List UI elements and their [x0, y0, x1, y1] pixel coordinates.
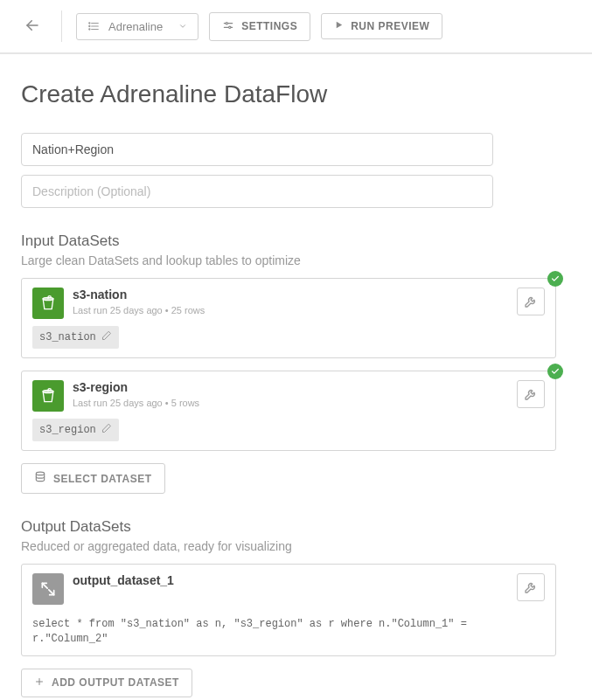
- play-icon: [334, 20, 344, 32]
- page-title: Create Adrenaline DataFlow: [21, 80, 571, 108]
- bucket-icon: [32, 288, 64, 319]
- dataset-config-button[interactable]: [517, 380, 545, 408]
- pencil-icon: [101, 330, 112, 344]
- output-config-button[interactable]: [517, 573, 545, 601]
- check-badge: [547, 364, 563, 379]
- output-icon: [32, 573, 64, 605]
- check-icon: [551, 274, 560, 283]
- svg-point-4: [89, 23, 90, 24]
- dataset-config-button[interactable]: [517, 288, 545, 315]
- svg-point-5: [89, 25, 90, 26]
- dataset-meta: Last run 25 days ago • 25 rows: [73, 305, 508, 315]
- engine-dropdown[interactable]: Adrenaline: [76, 13, 198, 40]
- dataset-meta: Last run 25 days ago • 5 rows: [73, 398, 508, 408]
- svg-point-10: [229, 26, 231, 28]
- arrow-left-icon: [24, 17, 40, 33]
- check-icon: [551, 367, 560, 376]
- select-dataset-button[interactable]: SELECT DATASET: [21, 463, 165, 494]
- svg-line-15: [42, 583, 47, 588]
- wrench-icon: [524, 295, 538, 308]
- topbar: Adrenaline SETTINGS RUN PREVIEW: [0, 0, 592, 54]
- output-section-title: Output DataSets: [21, 518, 571, 536]
- input-dataset-card: s3-region Last run 25 days ago • 5 rows …: [21, 371, 556, 451]
- engine-label: Adrenaline: [108, 20, 163, 33]
- database-icon: [34, 471, 46, 486]
- bucket-icon: [32, 380, 64, 412]
- sliders-icon: [222, 19, 234, 34]
- dataset-name: s3-region: [73, 380, 508, 394]
- svg-point-8: [226, 22, 227, 24]
- settings-button[interactable]: SETTINGS: [209, 12, 310, 41]
- output-section-subtitle: Reduced or aggregated data, ready for vi…: [21, 539, 571, 553]
- svg-point-14: [36, 472, 44, 475]
- run-preview-label: RUN PREVIEW: [351, 20, 429, 32]
- input-section-subtitle: Large clean DataSets and lookup tables t…: [21, 253, 571, 267]
- dataflow-name-input[interactable]: [21, 133, 493, 166]
- svg-marker-11: [337, 22, 342, 28]
- back-button[interactable]: [17, 14, 47, 39]
- check-badge: [547, 271, 563, 287]
- svg-line-16: [49, 590, 54, 595]
- settings-label: SETTINGS: [241, 20, 297, 32]
- alias-text: s3_region: [39, 424, 96, 436]
- select-dataset-label: SELECT DATASET: [53, 473, 152, 485]
- input-dataset-card: s3-nation Last run 25 days ago • 25 rows…: [21, 278, 556, 358]
- output-query: select * from "s3_nation" as n, "s3_regi…: [32, 617, 545, 647]
- alias-chip[interactable]: s3_nation: [32, 326, 119, 349]
- alias-text: s3_nation: [39, 331, 96, 343]
- output-dataset-name: output_dataset_1: [73, 573, 508, 587]
- run-preview-button[interactable]: RUN PREVIEW: [321, 13, 442, 39]
- add-output-label: ADD OUTPUT DATASET: [52, 676, 179, 689]
- wrench-icon: [524, 387, 538, 401]
- output-dataset-card: output_dataset_1 select * from "s3_natio…: [21, 564, 556, 656]
- divider: [61, 10, 62, 42]
- alias-chip[interactable]: s3_region: [32, 419, 119, 441]
- svg-point-6: [89, 29, 90, 30]
- input-section-title: Input DataSets: [21, 232, 571, 250]
- content: Create Adrenaline DataFlow Input DataSet…: [0, 54, 592, 700]
- wrench-icon: [524, 580, 538, 594]
- list-icon: [87, 20, 100, 32]
- chevron-down-icon: [178, 20, 187, 33]
- add-output-dataset-button[interactable]: ADD OUTPUT DATASET: [21, 669, 192, 697]
- pencil-icon: [101, 423, 112, 437]
- plus-icon: [34, 676, 45, 690]
- dataflow-description-input[interactable]: [21, 175, 493, 208]
- dataset-name: s3-nation: [73, 288, 508, 301]
